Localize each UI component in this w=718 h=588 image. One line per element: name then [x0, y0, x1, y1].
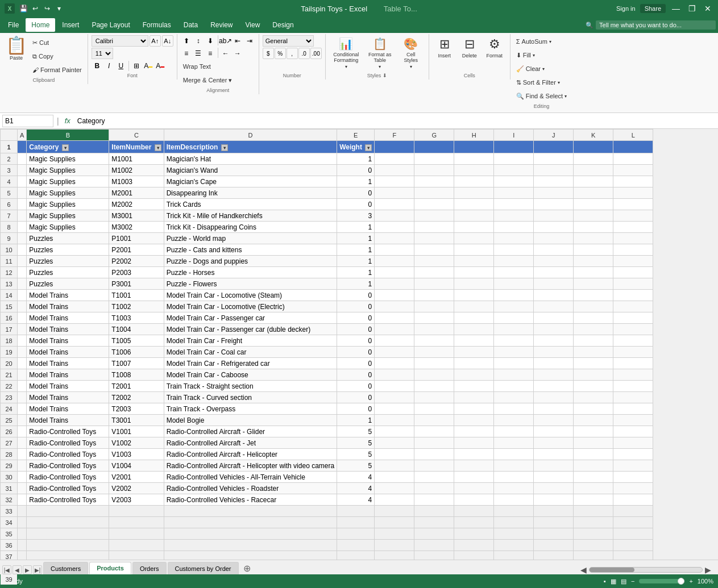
cell-j31[interactable]	[534, 483, 574, 494]
cell-b1[interactable]: Category ▾	[27, 141, 109, 153]
cell-a14[interactable]	[18, 290, 27, 301]
cell-e21[interactable]: 0	[337, 369, 375, 381]
cell-i13[interactable]	[494, 278, 534, 290]
underline-btn[interactable]: U	[115, 60, 127, 72]
empty-cell-35-6[interactable]	[414, 528, 454, 540]
cell-j12[interactable]	[534, 267, 574, 278]
cell-i24[interactable]	[494, 403, 534, 415]
cell-f4[interactable]	[375, 176, 414, 187]
cell-l1[interactable]	[613, 141, 653, 153]
cell-i22[interactable]	[494, 381, 534, 392]
cell-i31[interactable]	[494, 483, 534, 494]
cell-g27[interactable]	[414, 437, 454, 449]
cell-f5[interactable]	[375, 187, 414, 199]
cell-g12[interactable]	[414, 267, 454, 278]
cell-f22[interactable]	[375, 381, 414, 392]
cell-f14[interactable]	[375, 290, 414, 301]
format-table-dropdown-icon[interactable]: ▾	[379, 64, 381, 69]
cell-h22[interactable]	[454, 381, 494, 392]
cell-e16[interactable]: 0	[337, 312, 375, 324]
col-header-d[interactable]: D	[164, 130, 337, 141]
menu-page-layout[interactable]: Page Layout	[86, 18, 135, 32]
cell-k19[interactable]	[574, 347, 613, 358]
cell-i29[interactable]	[494, 460, 534, 472]
cell-f3[interactable]	[375, 165, 414, 176]
cell-c1[interactable]: ItemNumber ▾	[109, 141, 164, 153]
cell-j25[interactable]	[534, 415, 574, 426]
cell-h10[interactable]	[454, 244, 494, 256]
empty-cell-34-6[interactable]	[414, 517, 454, 528]
cell-h25[interactable]	[454, 415, 494, 426]
col-header-b[interactable]: B	[27, 130, 109, 141]
cell-l15[interactable]	[613, 301, 653, 312]
cell-h30[interactable]	[454, 472, 494, 483]
cell-g11[interactable]	[414, 256, 454, 267]
empty-cell-34-11[interactable]	[613, 517, 653, 528]
cell-e15[interactable]: 0	[337, 301, 375, 312]
decrease-indent-btn[interactable]: ←	[220, 48, 231, 59]
cell-k25[interactable]	[574, 415, 613, 426]
cell-b8[interactable]: Magic Supplies	[27, 222, 109, 233]
cell-k26[interactable]	[574, 426, 613, 437]
cell-c11[interactable]: P2002	[109, 256, 164, 267]
cell-d29[interactable]: Radio-Controlled Aircraft - Helicopter w…	[164, 460, 337, 472]
empty-cell-35-7[interactable]	[454, 528, 494, 540]
tab-scroll-next[interactable]: ▶	[23, 565, 32, 574]
cell-k30[interactable]	[574, 472, 613, 483]
cell-e31[interactable]: 4	[337, 483, 375, 494]
cell-k12[interactable]	[574, 267, 613, 278]
cell-c20[interactable]: T1007	[109, 358, 164, 369]
cell-d11[interactable]: Puzzle - Dogs and puppies	[164, 256, 337, 267]
save-quick-btn[interactable]: 💾	[18, 3, 28, 14]
cell-f28[interactable]	[375, 449, 414, 460]
cell-a3[interactable]	[18, 165, 27, 176]
find-select-btn[interactable]: 🔍 Find & Select ▾	[514, 90, 569, 102]
empty-cell-35-8[interactable]	[494, 528, 534, 540]
sign-in-btn[interactable]: Sign in	[616, 5, 636, 12]
cell-e12[interactable]: 1	[337, 267, 375, 278]
empty-cell-34-2[interactable]	[109, 517, 164, 528]
empty-cell-33-10[interactable]	[574, 506, 613, 517]
minimize-btn[interactable]: —	[670, 3, 682, 14]
cell-g2[interactable]	[414, 153, 454, 165]
cell-f32[interactable]	[375, 494, 414, 506]
align-middle-btn[interactable]: ↕	[193, 35, 204, 47]
col-header-c[interactable]: C	[109, 130, 164, 141]
cell-b5[interactable]: Magic Supplies	[27, 187, 109, 199]
cell-l27[interactable]	[613, 437, 653, 449]
cell-l20[interactable]	[613, 358, 653, 369]
cell-e2[interactable]: 1	[337, 153, 375, 165]
empty-cell-35-0[interactable]	[18, 528, 27, 540]
cell-e10[interactable]: 1	[337, 244, 375, 256]
cell-j15[interactable]	[534, 301, 574, 312]
empty-cell-33-8[interactable]	[494, 506, 534, 517]
cell-h19[interactable]	[454, 347, 494, 358]
cell-h3[interactable]	[454, 165, 494, 176]
empty-cell-34-3[interactable]	[164, 517, 337, 528]
cell-f27[interactable]	[375, 437, 414, 449]
empty-cell-35-9[interactable]	[534, 528, 574, 540]
cell-k18[interactable]	[574, 335, 613, 347]
cell-g18[interactable]	[414, 335, 454, 347]
item-desc-filter-icon[interactable]: ▾	[221, 144, 228, 151]
cell-j18[interactable]	[534, 335, 574, 347]
cell-a29[interactable]	[18, 460, 27, 472]
cell-d21[interactable]: Model Train Car - Caboose	[164, 369, 337, 381]
cell-f7[interactable]	[375, 210, 414, 222]
cell-e6[interactable]: 0	[337, 199, 375, 210]
empty-cell-34-1[interactable]	[27, 517, 109, 528]
cell-i28[interactable]	[494, 449, 534, 460]
sort-filter-btn[interactable]: ⇅ Sort & Filter ▾	[514, 76, 562, 89]
cell-b14[interactable]: Model Trains	[27, 290, 109, 301]
cell-d27[interactable]: Radio-Controlled Aircraft - Jet	[164, 437, 337, 449]
cell-g29[interactable]	[414, 460, 454, 472]
empty-cell-34-8[interactable]	[494, 517, 534, 528]
cell-k27[interactable]	[574, 437, 613, 449]
cell-c18[interactable]: T1005	[109, 335, 164, 347]
cell-d3[interactable]: Magician's Wand	[164, 165, 337, 176]
cell-d20[interactable]: Model Train Car - Refrigerated car	[164, 358, 337, 369]
item-number-filter-icon[interactable]: ▾	[155, 144, 161, 151]
cell-a23[interactable]	[18, 392, 27, 403]
cell-k13[interactable]	[574, 278, 613, 290]
menu-insert[interactable]: Insert	[56, 18, 85, 32]
